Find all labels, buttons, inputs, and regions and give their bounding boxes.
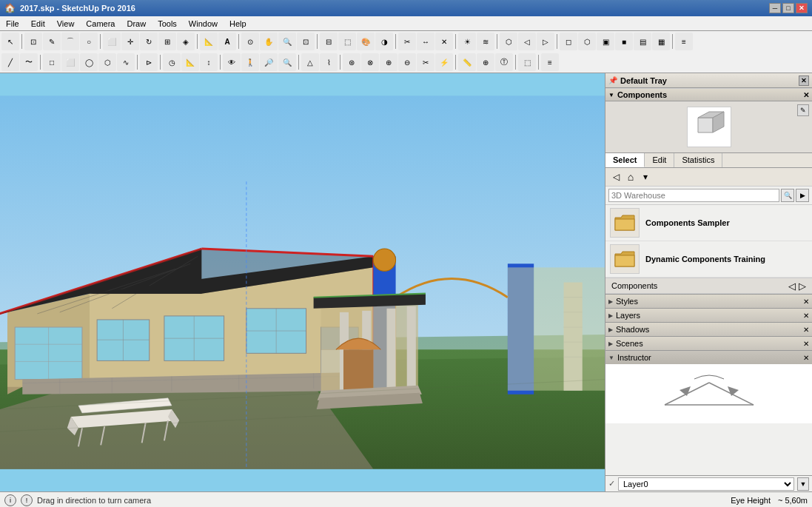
material-btn[interactable]: 🎨 bbox=[357, 33, 375, 50]
layer-select[interactable]: Layer0 bbox=[618, 477, 794, 491]
shadows-header[interactable]: ▶ Shadows ✕ bbox=[605, 323, 812, 336]
styles-header[interactable]: ▶ Styles ✕ bbox=[605, 295, 812, 308]
arc-btn[interactable]: ⌒ bbox=[61, 33, 79, 50]
walk-btn[interactable]: 🚶 bbox=[241, 53, 259, 71]
menu-view[interactable]: View bbox=[51, 16, 81, 30]
follow-me-btn[interactable]: ⊳ bbox=[140, 53, 158, 71]
tray-pin-icon[interactable]: 📌 bbox=[608, 76, 617, 84]
nav-back-button[interactable]: ◁ bbox=[608, 169, 623, 184]
comp-next-arrow[interactable]: ▷ bbox=[799, 281, 806, 292]
dim2-btn[interactable]: ↕ bbox=[200, 53, 218, 71]
shadows-btn[interactable]: ☀ bbox=[458, 33, 476, 50]
list-item-2[interactable]: Dynamic Components Training bbox=[605, 241, 812, 278]
standard-views-btn[interactable]: ⬡ bbox=[500, 33, 517, 50]
ellipse-btn[interactable]: ◯ bbox=[80, 53, 98, 71]
scenes-close-icon[interactable]: ✕ bbox=[803, 340, 809, 348]
component-edit-button[interactable]: ✎ bbox=[797, 104, 809, 116]
pencil-btn[interactable]: ✎ bbox=[43, 33, 61, 50]
tab-statistics[interactable]: Statistics bbox=[674, 153, 722, 167]
prev-view-btn[interactable]: ◁ bbox=[518, 33, 536, 50]
axes-btn[interactable]: ✕ bbox=[435, 33, 453, 50]
search-go-button[interactable]: 🔍 bbox=[781, 189, 794, 202]
sandbox-btn[interactable]: △ bbox=[301, 53, 319, 71]
split-btn[interactable]: ⚡ bbox=[435, 53, 453, 71]
xray-btn[interactable]: ◻ bbox=[560, 33, 577, 50]
components-section-close[interactable]: ✕ bbox=[803, 91, 809, 99]
orbit-btn[interactable]: ⊙ bbox=[241, 33, 259, 50]
select-tool-btn[interactable]: ↖ bbox=[1, 33, 19, 50]
section-btn[interactable]: ✂ bbox=[398, 33, 416, 50]
window-controls[interactable]: ─ □ ✕ bbox=[769, 3, 808, 13]
styles-btn[interactable]: ◑ bbox=[375, 33, 393, 50]
push-pull-btn[interactable]: ⬜ bbox=[103, 33, 121, 50]
maximize-button[interactable]: □ bbox=[782, 3, 794, 13]
warning-button[interactable]: ! bbox=[21, 494, 33, 506]
move-btn[interactable]: ✛ bbox=[121, 33, 139, 50]
polygon-btn[interactable]: ⬡ bbox=[98, 53, 116, 71]
menu-camera[interactable]: Camera bbox=[80, 16, 121, 30]
group-btn[interactable]: ⬚ bbox=[338, 33, 356, 50]
linetool2-btn[interactable]: 📏 bbox=[458, 53, 476, 71]
text-btn[interactable]: A bbox=[218, 33, 236, 50]
circle-btn[interactable]: ○ bbox=[80, 33, 98, 50]
close-button[interactable]: ✕ bbox=[796, 3, 808, 13]
next-view-btn[interactable]: ▷ bbox=[537, 33, 554, 50]
layers-close-icon[interactable]: ✕ bbox=[803, 312, 809, 320]
shadows-close-icon[interactable]: ✕ bbox=[803, 326, 809, 334]
mono-btn[interactable]: ▦ bbox=[652, 33, 670, 50]
bezier-btn[interactable]: ∿ bbox=[117, 53, 135, 71]
menu-help[interactable]: Help bbox=[224, 16, 252, 30]
layer-dropdown-arrow[interactable]: ▼ bbox=[797, 477, 809, 491]
more-btn[interactable]: ≡ bbox=[675, 33, 693, 50]
info-button[interactable]: i bbox=[4, 494, 16, 506]
wireframe-btn[interactable]: ⬡ bbox=[578, 33, 596, 50]
zoom-window-btn[interactable]: 🔎 bbox=[260, 53, 278, 71]
instructor-header[interactable]: ▼ Instructor ✕ bbox=[605, 351, 812, 364]
intersect-btn[interactable]: ⊗ bbox=[361, 53, 379, 71]
zoom-prev-btn[interactable]: 🔍 bbox=[278, 53, 296, 71]
more2-btn[interactable]: ≡ bbox=[541, 53, 559, 71]
component-search-input[interactable] bbox=[608, 189, 779, 202]
styles-close-icon[interactable]: ✕ bbox=[803, 298, 809, 306]
tape-btn[interactable]: 📐 bbox=[200, 33, 218, 50]
layers-header[interactable]: ▶ Layers ✕ bbox=[605, 309, 812, 322]
line-btn[interactable]: ╱ bbox=[1, 53, 19, 71]
round-rect-btn[interactable]: ⬜ bbox=[61, 53, 79, 71]
protractor-btn[interactable]: 📐 bbox=[181, 53, 199, 71]
dimension-btn[interactable]: ↔ bbox=[417, 33, 434, 50]
eraser-btn[interactable]: ⊡ bbox=[24, 33, 42, 50]
shaded-btn[interactable]: ■ bbox=[615, 33, 633, 50]
freehand-btn[interactable]: 〜 bbox=[20, 53, 38, 71]
instructor-close-icon[interactable]: ✕ bbox=[803, 354, 809, 362]
zoom-btn[interactable]: 🔍 bbox=[278, 33, 296, 50]
tab-edit[interactable]: Edit bbox=[645, 153, 674, 167]
rotate-btn[interactable]: ↻ bbox=[140, 33, 158, 50]
fog-btn[interactable]: ≋ bbox=[477, 33, 494, 50]
viewport[interactable] bbox=[0, 73, 605, 491]
3dtext-btn[interactable]: Ⓣ bbox=[495, 53, 513, 71]
menu-draw[interactable]: Draw bbox=[121, 16, 152, 30]
nav-home-button[interactable]: ⌂ bbox=[623, 169, 638, 184]
menu-tools[interactable]: Tools bbox=[152, 16, 183, 30]
offset-btn[interactable]: ◈ bbox=[177, 33, 195, 50]
menu-file[interactable]: File bbox=[0, 16, 25, 30]
scale-btn[interactable]: ⊞ bbox=[158, 33, 176, 50]
panel-close-button[interactable]: ✕ bbox=[799, 75, 809, 86]
axis-btn[interactable]: ⊕ bbox=[477, 53, 494, 71]
component-btn[interactable]: ⊟ bbox=[320, 33, 338, 50]
trim-btn[interactable]: ✂ bbox=[417, 53, 434, 71]
textured-btn[interactable]: ▤ bbox=[634, 33, 651, 50]
menu-window[interactable]: Window bbox=[183, 16, 224, 30]
components-section-header[interactable]: ▼ Components ✕ bbox=[605, 88, 812, 101]
label-btn[interactable]: ◷ bbox=[163, 53, 181, 71]
pan-btn[interactable]: ✋ bbox=[260, 33, 278, 50]
tab-select[interactable]: Select bbox=[605, 153, 645, 167]
list-item[interactable]: Components Sampler bbox=[605, 205, 812, 241]
search-options-button[interactable]: ▶ bbox=[796, 189, 809, 202]
minimize-button[interactable]: ─ bbox=[769, 3, 781, 13]
comp-prev-arrow[interactable]: ◁ bbox=[788, 281, 796, 292]
subtract-btn[interactable]: ⊖ bbox=[398, 53, 416, 71]
rectangle-btn[interactable]: □ bbox=[43, 53, 61, 71]
nav-dropdown-button[interactable]: ▾ bbox=[638, 169, 653, 184]
zoom-fit-btn[interactable]: ⊡ bbox=[297, 33, 315, 50]
